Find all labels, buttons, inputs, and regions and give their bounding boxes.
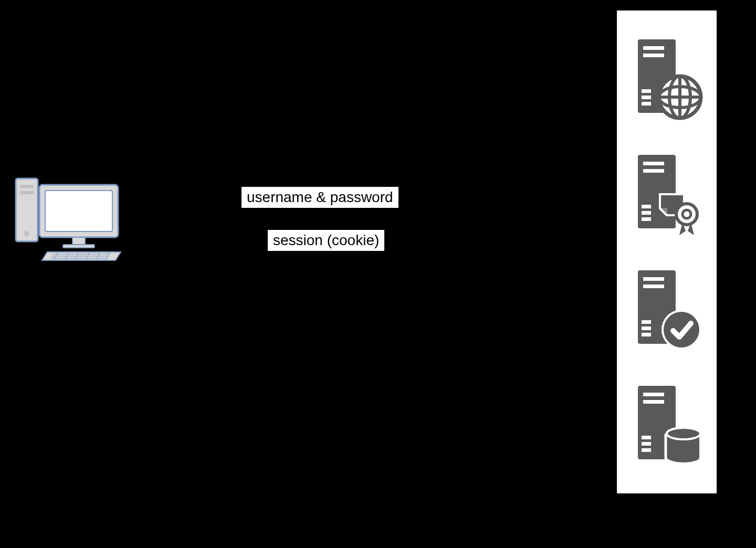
auth-server-icon: [630, 268, 704, 352]
svg-rect-20: [642, 89, 651, 93]
web-server-icon: [630, 37, 704, 121]
svg-rect-51: [642, 448, 651, 452]
svg-rect-2: [20, 191, 34, 194]
svg-rect-18: [643, 46, 664, 50]
svg-rect-32: [642, 205, 651, 208]
svg-rect-41: [642, 320, 651, 324]
request-label: username & password: [242, 187, 398, 208]
svg-rect-31: [643, 169, 664, 173]
auth-diagram: username & password session (cookie): [0, 0, 756, 548]
svg-rect-7: [63, 245, 94, 248]
svg-rect-5: [45, 191, 112, 231]
svg-point-45: [664, 312, 699, 347]
svg-rect-49: [642, 436, 651, 439]
db-server-icon: [630, 383, 704, 467]
svg-rect-34: [642, 217, 651, 221]
svg-rect-21: [642, 96, 651, 99]
svg-rect-47: [643, 393, 664, 396]
svg-rect-50: [642, 442, 651, 446]
svg-rect-40: [643, 284, 664, 288]
response-label: session (cookie): [268, 230, 384, 251]
cert-server-icon: [630, 152, 704, 236]
svg-rect-43: [642, 333, 651, 336]
svg-rect-42: [642, 326, 651, 330]
svg-rect-33: [642, 211, 651, 215]
svg-rect-48: [643, 400, 664, 404]
svg-rect-6: [72, 237, 85, 245]
svg-rect-22: [642, 102, 651, 106]
svg-rect-19: [643, 54, 664, 57]
svg-rect-1: [20, 185, 34, 188]
svg-rect-30: [643, 162, 664, 165]
client-computer-icon: [10, 173, 126, 262]
svg-point-3: [24, 231, 29, 236]
svg-rect-39: [643, 277, 664, 281]
server-stack: [617, 10, 717, 493]
